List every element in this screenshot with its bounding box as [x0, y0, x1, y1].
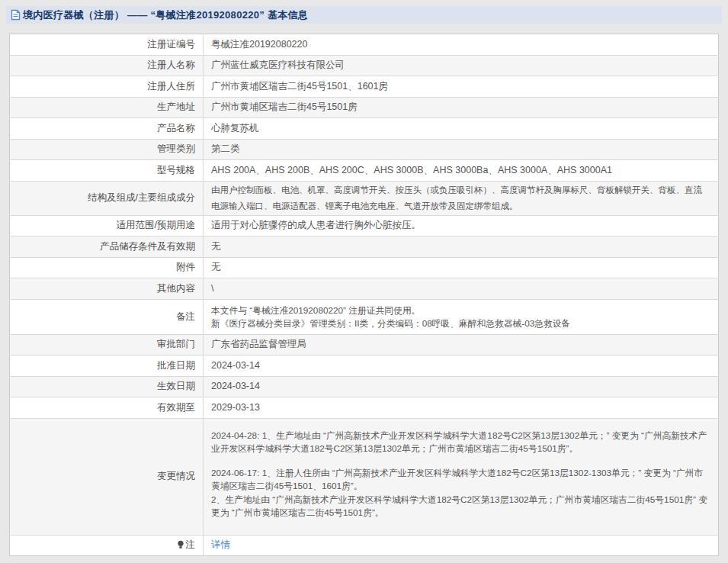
table-row: 型号规格AHS 200A、AHS 200B、AHS 200C、AHS 3000B… [10, 160, 719, 182]
row-label: 变更情况 [10, 418, 204, 535]
row-value-text: 广州蓝仕威克医疗科技有限公司 [211, 60, 345, 70]
table-row: 变更情况2024-04-28: 1、生产地址由 “广州高新技术产业开发区科学城科… [10, 418, 719, 535]
value-paragraph [211, 455, 710, 466]
table-row: 批准日期2024-03-14 [10, 355, 719, 377]
row-value: 无 [204, 236, 719, 258]
row-value: 广州市黄埔区瑞吉二街45号1501、1601房 [204, 76, 719, 98]
details-link[interactable]: 详情 [211, 539, 230, 550]
row-value: 广州市黄埔区瑞吉二街45号1501房 [204, 97, 719, 118]
row-label-text: 产品名称 [157, 123, 195, 134]
row-label: 注册人住所 [10, 76, 204, 98]
row-label-text: 注册证编号 [148, 39, 196, 50]
table-row: 审批部门广东省药品监督管理局 [10, 334, 719, 355]
table-row: 注册人名称广州蓝仕威克医疗科技有限公司 [10, 55, 719, 76]
row-label: 备注 [10, 299, 204, 334]
row-value-text: 广州市黄埔区瑞吉二街45号1501房 [211, 101, 358, 112]
table-row: 生效日期2024-03-14 [10, 376, 719, 397]
row-label: 适用范围/预期用途 [10, 215, 204, 236]
row-value-text: 广州市黄埔区瑞吉二街45号1501、1601房 [211, 81, 388, 92]
row-label: 批准日期 [10, 355, 204, 377]
bulb-icon [177, 540, 184, 549]
row-label: 产品储存条件及有效期 [10, 236, 204, 258]
row-label: 审批部门 [10, 334, 204, 355]
table-row: 适用范围/预期用途适用于对心脏骤停的成人患者进行胸外心脏按压。 [10, 215, 719, 236]
row-label-text: 注册人名称 [148, 60, 196, 70]
table-row: 有效期至2029-03-13 [10, 397, 719, 419]
page-header: 境内医疗器械（注册） —— “粤械注准20192080220” 基本信息 [6, 6, 722, 24]
row-label-text: 有效期至 [157, 402, 195, 413]
row-value-text: 2024-03-14 [211, 381, 260, 391]
row-value: 2024-03-14 [204, 376, 719, 397]
table-row: 注册证编号粤械注准20192080220 [10, 34, 719, 56]
row-label: 生效日期 [10, 376, 204, 397]
row-label-text: 其他内容 [157, 283, 195, 294]
row-value: AHS 200A、AHS 200B、AHS 200C、AHS 3000B、AHS… [204, 160, 719, 182]
row-label-text: 注册人住所 [148, 81, 196, 92]
table-row: 注详情 [10, 535, 719, 556]
row-value: 粤械注准20192080220 [204, 34, 719, 56]
row-label-text: 注 [186, 539, 196, 550]
row-value: 2029-03-13 [204, 397, 719, 419]
row-label: 注 [10, 535, 204, 556]
value-paragraph: 新《医疗器械分类目录》管理类别：II类，分类编码：08呼吸、麻醉和急救器械-03… [211, 317, 710, 330]
row-label: 型号规格 [10, 160, 204, 182]
row-value-text: 2024-03-14 [211, 360, 260, 371]
row-value: 适用于对心脏骤停的成人患者进行胸外心脏按压。 [204, 215, 719, 236]
row-label: 产品名称 [10, 118, 204, 140]
info-table-body: 注册证编号粤械注准20192080220注册人名称广州蓝仕威克医疗科技有限公司注… [10, 34, 719, 556]
page-title: 境内医疗器械（注册） —— “粤械注准20192080220” 基本信息 [23, 8, 308, 22]
row-label-text: 变更情况 [157, 471, 195, 481]
row-label: 生产地址 [10, 97, 204, 118]
table-row: 其他内容\ [10, 278, 719, 300]
row-value: 广东省药品监督管理局 [204, 334, 719, 355]
table-row: 产品名称心肺复苏机 [10, 118, 719, 140]
row-label: 其他内容 [10, 278, 204, 300]
row-value-text: 无 [211, 241, 221, 252]
row-value-text: 2029-03-13 [211, 402, 260, 413]
row-value: 2024-04-28: 1、生产地址由 “广州高新技术产业开发区科学城科学大道1… [204, 418, 719, 535]
row-value: 第二类 [204, 139, 719, 160]
row-value-text: 第二类 [211, 143, 240, 154]
value-paragraph: 本文件与 “粤械注准20192080220” 注册证共同使用。 [211, 304, 710, 317]
value-paragraph: 2024-06-17: 1、注册人住所由 “广州高新技术产业开发区科学城科学大道… [211, 466, 710, 493]
row-value-text: 由用户控制面板、电池、机罩、高度调节开关、按压头（或负压吸引杯）、高度调节杆及胸… [211, 185, 702, 211]
row-label-text: 备注 [176, 311, 195, 322]
row-label-text: 生产地址 [157, 101, 195, 112]
row-label-text: 结构及组成/主要组成成分 [88, 192, 195, 203]
row-label-text: 适用范围/预期用途 [117, 220, 195, 230]
row-label: 结构及组成/主要组成成分 [10, 181, 204, 215]
row-value: 本文件与 “粤械注准20192080220” 注册证共同使用。新《医疗器械分类目… [204, 299, 719, 334]
table-row: 附件无 [10, 257, 719, 278]
row-value: \ [204, 278, 719, 300]
row-label-text: 审批部门 [157, 339, 195, 349]
document-icon [11, 9, 21, 21]
value-paragraph: 2、生产地址由 “广州高新技术产业开发区科学城科学大道182号C2区第13层13… [211, 493, 710, 520]
registration-info-table: 注册证编号粤械注准20192080220注册人名称广州蓝仕威克医疗科技有限公司注… [9, 34, 719, 556]
row-value: 由用户控制面板、电池、机罩、高度调节开关、按压头（或负压吸引杯）、高度调节杆及胸… [204, 181, 719, 215]
table-row: 结构及组成/主要组成成分由用户控制面板、电池、机罩、高度调节开关、按压头（或负压… [10, 181, 719, 215]
row-value-text: 广东省药品监督管理局 [211, 339, 306, 349]
row-value-text: 粤械注准20192080220 [211, 39, 307, 50]
row-value: 无 [204, 257, 719, 278]
row-label: 注册证编号 [10, 34, 204, 56]
row-label-text: 产品储存条件及有效期 [100, 241, 195, 252]
row-value-text: 无 [211, 262, 221, 272]
row-value-text: 适用于对心脏骤停的成人患者进行胸外心脏按压。 [211, 220, 421, 230]
row-value: 详情 [204, 535, 719, 556]
table-row: 备注本文件与 “粤械注准20192080220” 注册证共同使用。新《医疗器械分… [10, 299, 719, 334]
row-label-text: 管理类别 [157, 143, 195, 154]
table-row: 注册人住所广州市黄埔区瑞吉二街45号1501、1601房 [10, 76, 719, 98]
row-label-text: 附件 [176, 262, 195, 272]
row-label: 附件 [10, 257, 204, 278]
row-label: 有效期至 [10, 397, 204, 419]
table-row: 管理类别第二类 [10, 139, 719, 160]
row-value-text: 心肺复苏机 [211, 123, 259, 134]
row-value: 2024-03-14 [204, 355, 719, 377]
table-row: 生产地址广州市黄埔区瑞吉二街45号1501房 [10, 97, 719, 118]
row-label-text: 型号规格 [157, 165, 195, 175]
row-value-text: AHS 200A、AHS 200B、AHS 200C、AHS 3000B、AHS… [211, 165, 612, 175]
row-label-text: 生效日期 [157, 381, 195, 391]
row-value-text: \ [211, 283, 213, 294]
row-value: 广州蓝仕威克医疗科技有限公司 [204, 55, 719, 76]
row-label: 注册人名称 [10, 55, 204, 76]
